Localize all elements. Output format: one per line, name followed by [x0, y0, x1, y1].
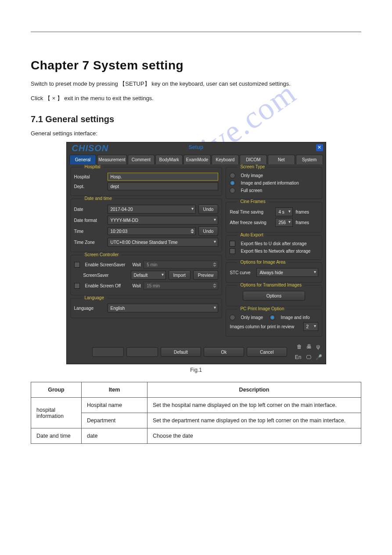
group-datetime: Date and time Date 2017-04-20 Undo Date … [70, 199, 223, 252]
pcprint-only-image-label: Only image [241, 315, 267, 320]
group-cineframes: Cine Frames Real Time saving 4 s frames … [226, 202, 322, 232]
pcprint-image-info-radio[interactable] [270, 315, 275, 320]
pcprint-only-image-radio[interactable] [230, 315, 235, 320]
group-screentype: Screen Type Only image Image and patient… [226, 167, 322, 199]
screensaver-wait-input[interactable]: 5 min [144, 261, 218, 268]
printer-icon[interactable]: 🖶 [306, 344, 312, 350]
export-network-checkbox[interactable] [230, 248, 235, 254]
time-input[interactable]: 10:20:03 [108, 227, 196, 235]
realtime-frames-label: frames [295, 210, 309, 214]
enable-screenoff-checkbox[interactable] [74, 283, 80, 289]
date-undo-button[interactable]: Undo [198, 204, 219, 214]
group-transmitted-legend: Options for Transmitted Images [237, 283, 304, 287]
chapter-title: Chapter 7 System setting [31, 58, 361, 73]
dateformat-select[interactable]: YYYY-MM-DD [108, 216, 219, 225]
tab-general[interactable]: General [69, 155, 97, 164]
screentype-fullscreen-radio[interactable] [230, 188, 235, 193]
screensaver-select[interactable]: Default [131, 271, 166, 279]
date-label: Date [74, 207, 105, 212]
export-udisk-checkbox[interactable] [230, 241, 235, 247]
realtime-saving-select[interactable]: 4 s [275, 207, 293, 216]
tab-keyboard[interactable]: Keyboard [212, 155, 239, 164]
table-row: Date and time date Choose the date [31, 428, 361, 444]
group-autoexport-legend: Auto Export [237, 232, 266, 237]
cell-desc: Set the department name displayed on the… [147, 413, 361, 428]
screensaver-preview-button[interactable]: Preview [193, 270, 219, 280]
tab-measurement[interactable]: Measurement [97, 155, 126, 164]
dept-label: Dept. [74, 184, 105, 189]
tab-bar: General Measurement Comment BodyMark Exa… [67, 154, 326, 164]
intro-line-2: Click 【 × 】 exit in the menu to exit the… [31, 93, 361, 104]
cell-item: Department [82, 413, 147, 428]
pcprint-cols-select[interactable]: 2 [303, 322, 318, 331]
hospital-input[interactable]: Hosp. [108, 173, 219, 181]
screensaver-wait-label: Wait [133, 262, 141, 267]
tab-net[interactable]: Net [268, 155, 295, 164]
ok-button[interactable]: Ok [204, 347, 244, 357]
group-screencontroller-legend: Screen Controller [82, 252, 122, 257]
timezone-label: Time Zone [74, 240, 105, 245]
cancel-button[interactable]: Cancel [247, 347, 287, 357]
figure-caption: Fig.1 [31, 367, 361, 373]
section-title: 7.1 General settings [31, 114, 361, 124]
pcprint-cols-label: Images column for print in review [230, 324, 300, 329]
footer-placeholder-button-2[interactable] [126, 347, 158, 357]
realtime-saving-label: Real Time saving [230, 210, 273, 214]
group-pcprint: PC Print Image Option Only image Image a… [226, 309, 322, 337]
default-button[interactable]: Default [161, 347, 201, 357]
tab-system[interactable]: System [296, 155, 323, 164]
dialog-title: Setup [67, 144, 326, 150]
date-picker[interactable]: 2017-04-20 [108, 205, 196, 214]
screensaver-import-button[interactable]: Import [169, 270, 191, 280]
usb-icon[interactable]: ψ [316, 344, 320, 350]
status-icon-cluster: 🗑 🖶 ψ En 🖵 🎤 [295, 344, 322, 360]
th-group: Group [31, 382, 82, 398]
stc-curve-label: STC curve [230, 270, 254, 275]
group-autoexport: Auto Export Export files to U disk after… [226, 235, 322, 260]
group-imagearea-legend: Options for Image Area [237, 260, 288, 265]
trash-icon[interactable]: 🗑 [297, 344, 302, 350]
screenoff-wait-label: Wait [133, 283, 141, 288]
tab-bodymark[interactable]: BodyMark [155, 155, 183, 164]
setup-dialog: CHISON Setup ✕ General Measurement Comme… [66, 142, 326, 364]
language-select[interactable]: English [108, 304, 219, 312]
mic-icon[interactable]: 🎤 [316, 354, 322, 360]
monitor-icon[interactable]: 🖵 [306, 354, 311, 360]
export-udisk-label: Export files to U disk after storage [241, 241, 306, 246]
parameter-table: Group Item Description hospital informat… [31, 382, 361, 444]
group-hospital-legend: Hospital [82, 164, 103, 169]
tab-dicom[interactable]: DICOM [240, 155, 267, 164]
group-screentype-legend: Screen Type [237, 164, 267, 169]
time-undo-button[interactable]: Undo [198, 226, 219, 236]
screentype-only-image-radio[interactable] [230, 173, 235, 178]
timezone-select[interactable]: UTC+8:00 Chinese Standard Time [108, 238, 219, 247]
table-row: hospital information Hospital name Set t… [31, 398, 361, 413]
afterfreeze-saving-select[interactable]: 256 [275, 218, 293, 227]
tab-exammode[interactable]: ExamMode [183, 155, 211, 164]
intro-line-1: Switch to preset mode by pressing 【SETUP… [31, 79, 361, 90]
hospital-label: Hospital [74, 174, 105, 179]
footer-placeholder-button-1[interactable] [92, 347, 124, 357]
screentype-fullscreen-label: Full screen [241, 188, 262, 193]
screenoff-wait-input[interactable]: 15 min [144, 282, 218, 290]
stc-curve-select[interactable]: Always hide [256, 268, 318, 277]
th-item: Item [82, 382, 147, 398]
screentype-image-patient-label: Image and patient information [241, 181, 298, 185]
language-indicator[interactable]: En [295, 354, 302, 360]
group-language-legend: Language [82, 295, 107, 300]
screensaver-label: ScreenSaver [83, 273, 128, 278]
th-description: Description [147, 382, 361, 398]
export-network-label: Export files to Network after storage [241, 249, 310, 254]
group-cineframes-legend: Cine Frames [237, 199, 268, 204]
transmitted-options-button[interactable]: Options [243, 291, 305, 301]
dateformat-label: Date format [74, 218, 105, 223]
close-button[interactable]: ✕ [316, 144, 323, 151]
dept-input[interactable]: dept [108, 182, 219, 190]
enable-screensaver-label: Enable ScreenSaver [85, 262, 130, 267]
tab-comment[interactable]: Comment [128, 155, 155, 164]
afterfreeze-frames-label: frames [295, 220, 309, 225]
enable-screensaver-checkbox[interactable] [74, 262, 80, 268]
screentype-image-patient-radio[interactable] [230, 180, 235, 186]
cell-item: Hospital name [82, 398, 147, 413]
cell-item: date [82, 428, 147, 444]
